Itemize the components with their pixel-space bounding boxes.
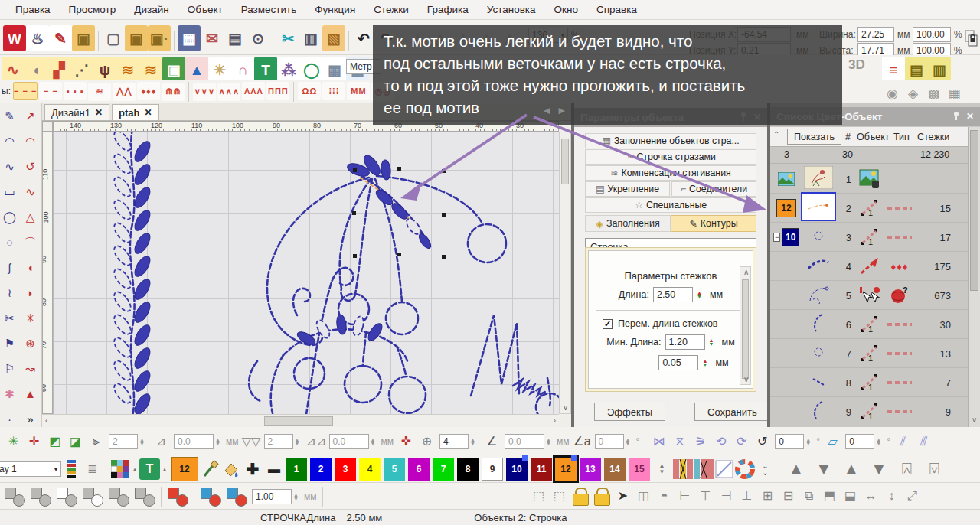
s-curve-tool[interactable]: ʃ <box>0 256 19 279</box>
corner-tri-2-icon[interactable]: ◪ <box>65 431 86 452</box>
mirror-v-icon[interactable]: ⧖ <box>669 431 690 452</box>
step-field[interactable]: 0.05 <box>658 355 698 370</box>
save-button[interactable]: Сохранить <box>694 403 767 421</box>
palette-chip-1[interactable]: 1 <box>286 458 307 481</box>
color-chip-10[interactable]: 10 <box>782 228 799 246</box>
color-chip-12[interactable]: 12 <box>776 199 796 217</box>
picture-icon[interactable]: ▣ <box>162 57 185 83</box>
knife-tool[interactable]: ✂ <box>0 306 19 330</box>
active-color-chip[interactable]: 12 <box>171 457 198 481</box>
corner-tri-icon[interactable]: ◩ <box>44 431 65 452</box>
slant-2-icon[interactable]: ⫻ <box>913 431 934 452</box>
col-header-num[interactable]: # <box>845 132 851 142</box>
mirror-book-icon[interactable]: ◫ <box>633 485 654 507</box>
object-thumbnail[interactable] <box>802 165 835 191</box>
clipart-shapes-icon[interactable]: ▲ <box>185 57 208 83</box>
wheel-2-tool[interactable]: ⊛ <box>21 331 40 355</box>
sphere-icon[interactable]: ◓ <box>654 485 675 507</box>
step-spinner[interactable]: ▲▼ <box>702 356 711 370</box>
select-group-2-icon[interactable]: ⬚ <box>549 485 570 507</box>
tab-outlines[interactable]: ✎Контуры <box>671 215 756 232</box>
op-combine-icon[interactable] <box>166 487 189 507</box>
arc-tool[interactable]: ◠ <box>0 129 19 153</box>
blob-tool[interactable]: ◌ <box>0 230 19 254</box>
color-list-row-2[interactable]: 122115 <box>770 194 968 223</box>
grid-icon[interactable]: ▦ <box>323 57 346 83</box>
width-field[interactable]: 27.25 <box>858 27 894 42</box>
stitch-pattern-4[interactable]: ≋ <box>88 83 111 101</box>
list-lines-icon[interactable]: ≣ <box>82 458 103 480</box>
underlay-button[interactable]: ▤Укрепление <box>585 181 670 197</box>
undo-icon[interactable]: ↶ <box>352 25 375 51</box>
paint-bucket-icon[interactable] <box>220 458 241 480</box>
special-button[interactable]: ☆Специальные <box>585 197 756 213</box>
corner-mark-icon[interactable]: ✳ <box>3 431 24 452</box>
short-stitch-length-field[interactable]: 0.0 <box>174 434 214 449</box>
color-list-scrollbar[interactable]: ∨ <box>968 127 980 427</box>
fabric-tshirt-icon[interactable]: T <box>139 458 160 480</box>
show-button[interactable]: Показать <box>787 129 841 145</box>
stitch-pattern-3[interactable]: ▪ ▪ ▪ <box>64 82 87 100</box>
align-top-icon[interactable]: ⊥ <box>737 485 757 507</box>
align-left-icon[interactable]: ⊢ <box>675 485 695 507</box>
palette-chip-14[interactable]: 14 <box>604 458 626 481</box>
fork-icon[interactable]: ψ <box>93 57 116 83</box>
contour-offset-field[interactable]: 1.00 <box>252 489 292 504</box>
menu-item-11[interactable]: Справка <box>587 2 646 18</box>
freehand-tool[interactable]: ✎ <box>0 104 19 128</box>
menu-item-8[interactable]: Графика <box>418 2 478 18</box>
width-pct-field[interactable]: 100.00 <box>913 27 951 42</box>
angle-a-field[interactable]: 0 <box>595 434 624 449</box>
menu-item-4[interactable]: Объект <box>178 2 232 18</box>
hoop-icon[interactable]: ∩ <box>231 57 254 83</box>
rhinestone-run-button[interactable]: ⚬Строчка стразами <box>585 149 756 165</box>
u-curve-tool[interactable]: ≀ <box>0 281 19 305</box>
object-thumbnail[interactable] <box>802 310 835 336</box>
min-length-field[interactable]: 1.20 <box>665 334 705 350</box>
ornament-icon[interactable]: ◈ <box>903 83 923 104</box>
pin-icon[interactable] <box>952 111 960 122</box>
align-bottom-icon[interactable]: ⊟ <box>778 485 799 507</box>
offset-field[interactable]: 0.0 <box>505 434 544 449</box>
short-stitch-count-field[interactable]: 2 <box>109 434 138 449</box>
app-badge-icon[interactable]: W <box>3 25 26 51</box>
color-list-row-7[interactable]: 7113 <box>770 339 968 368</box>
eyedropper-icon[interactable] <box>200 458 220 480</box>
stitch-pattern-7[interactable]: ⋒⋒ <box>162 83 185 101</box>
ornament-icon[interactable]: ◉ <box>882 83 903 104</box>
unlock-icon[interactable] <box>593 487 610 505</box>
palette-chip-12[interactable]: 12 <box>555 458 577 481</box>
open-folder-icon[interactable]: ▣ <box>125 25 148 51</box>
leaf-outline-icon[interactable]: ◖ <box>24 57 47 83</box>
op-back-minus-icon[interactable] <box>133 487 156 507</box>
rotate-left-icon[interactable]: ⟲ <box>710 431 731 452</box>
variable-length-checkbox[interactable]: ✓ <box>603 319 612 329</box>
align-center-icon[interactable]: ⊤ <box>695 485 716 507</box>
cut-icon[interactable]: ✂ <box>276 25 299 51</box>
order-front-icon[interactable]: ▲ <box>782 458 810 480</box>
tab-scroll-arrows[interactable]: ◀ ▶ <box>544 106 568 116</box>
balloon-icon[interactable]: ♨ <box>26 25 49 51</box>
palette-chip-3[interactable]: 3 <box>335 458 356 481</box>
distribute-h-icon[interactable]: ⬒ <box>819 485 840 507</box>
fish-icon[interactable]: ≋ <box>116 57 139 83</box>
folders-icon[interactable]: ▣ <box>72 25 95 51</box>
stitch-pattern-16[interactable]: ΜΜ <box>347 82 370 100</box>
stitch-pattern-9[interactable]: ∨∨∨ <box>193 83 216 101</box>
palette-chip-15[interactable]: 15 <box>629 458 650 481</box>
short-stitch-count-field-spinner[interactable]: ▲▼ <box>139 435 149 448</box>
notes-icon[interactable]: ✎ <box>49 25 72 51</box>
op-merge-blue-icon[interactable] <box>225 487 248 507</box>
order-forward-icon[interactable]: ▲ <box>838 458 865 480</box>
ribbon-tool[interactable]: ⌒ <box>21 230 40 254</box>
dim-width-icon[interactable]: ↔ <box>861 485 881 507</box>
menu-item-3[interactable]: Дизайн <box>125 2 178 18</box>
palette-chip-9[interactable]: 9 <box>482 458 503 481</box>
view-3d-button[interactable]: 3D <box>848 57 865 73</box>
pull-comp-width-field-spinner[interactable]: ▲▼ <box>371 435 380 448</box>
color-list-row-6[interactable]: 6130 <box>770 310 968 339</box>
undo-round-icon[interactable]: ↺ <box>752 431 773 452</box>
short-stitch-length-field-spinner[interactable]: ▲▼ <box>215 435 224 448</box>
col-header-type[interactable]: Тип <box>893 132 910 142</box>
palette-chip-10[interactable]: 10 <box>506 458 528 481</box>
